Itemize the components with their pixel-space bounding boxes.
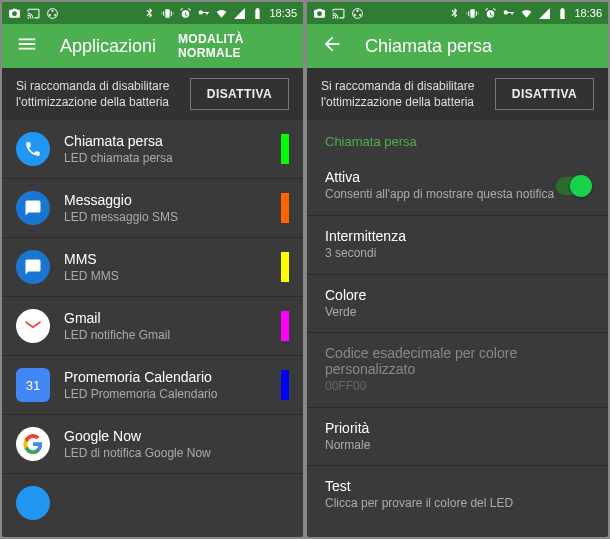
banner-message: Si raccomanda di disabilitare l'ottimizz…	[16, 78, 178, 110]
bluetooth-icon	[448, 7, 461, 20]
toggle-switch[interactable]	[556, 177, 590, 195]
app-subtitle: LED messaggio SMS	[64, 210, 267, 224]
alarm-icon	[484, 7, 497, 20]
setting-title: Colore	[325, 287, 590, 303]
back-icon[interactable]	[321, 33, 343, 59]
battery-icon	[251, 7, 264, 20]
statusbar: 18:36	[307, 2, 608, 24]
app-title: MMS	[64, 251, 267, 267]
message-icon	[16, 191, 50, 225]
setting-subtitle: 3 secondi	[325, 246, 590, 262]
setting-title: Attiva	[325, 169, 556, 185]
wifi-icon	[520, 7, 533, 20]
app-subtitle: LED chiamata persa	[64, 151, 267, 165]
cast-icon	[27, 7, 40, 20]
setting-subtitle: Normale	[325, 438, 590, 454]
menu-icon[interactable]	[16, 33, 38, 59]
appbar: Chiamata persa	[307, 24, 608, 68]
google-icon	[16, 427, 50, 461]
app-title: Gmail	[64, 310, 267, 326]
appbar-title: Applicazioni	[60, 36, 156, 57]
mode-button[interactable]: MODALITÀ NORMALE	[178, 32, 289, 60]
color-swatch	[281, 134, 289, 164]
wifi-icon	[215, 7, 228, 20]
app-subtitle: LED di notifica Google Now	[64, 446, 289, 460]
color-swatch	[281, 370, 289, 400]
list-item[interactable]: Chiamata persa LED chiamata persa	[2, 120, 303, 179]
setting-title: Priorità	[325, 420, 590, 436]
list-item[interactable]: 31 Promemoria Calendario LED Promemoria …	[2, 356, 303, 415]
section-header: Chiamata persa	[307, 120, 608, 157]
disable-button[interactable]: DISATTIVA	[190, 78, 289, 110]
list-item[interactable]: Google Now LED di notifica Google Now	[2, 415, 303, 474]
svg-point-7	[359, 14, 361, 16]
statusbar: 18:35	[2, 2, 303, 24]
setting-color[interactable]: Colore Verde	[307, 275, 608, 334]
setting-title: Intermittenza	[325, 228, 590, 244]
color-swatch	[281, 252, 289, 282]
app-subtitle: LED notifiche Gmail	[64, 328, 267, 342]
vpn-key-icon	[502, 7, 515, 20]
clock: 18:35	[269, 7, 297, 19]
setting-active[interactable]: Attiva Consenti all'app di mostrare ques…	[307, 157, 608, 216]
gmail-icon	[16, 309, 50, 343]
list-item[interactable]	[2, 474, 303, 532]
battery-icon	[556, 7, 569, 20]
setting-test[interactable]: Test Clicca per provare il colore del LE…	[307, 466, 608, 524]
app-title: Google Now	[64, 428, 289, 444]
color-swatch	[281, 311, 289, 341]
mms-icon	[16, 250, 50, 284]
app-icon-placeholder	[16, 486, 50, 520]
phone-icon	[16, 132, 50, 166]
battery-banner: Si raccomanda di disabilitare l'ottimizz…	[307, 68, 608, 120]
bluetooth-icon	[143, 7, 156, 20]
app-list: Chiamata persa LED chiamata persa Messag…	[2, 120, 303, 537]
screen-applications: 18:35 Applicazioni MODALITÀ NORMALE Si r…	[2, 2, 303, 537]
app-subtitle: LED MMS	[64, 269, 267, 283]
disable-button[interactable]: DISATTIVA	[495, 78, 594, 110]
list-item[interactable]: MMS LED MMS	[2, 238, 303, 297]
svg-point-6	[354, 14, 356, 16]
cast-icon	[332, 7, 345, 20]
signal-icon	[538, 7, 551, 20]
setting-subtitle: 00FF00	[325, 379, 590, 395]
svg-point-1	[51, 9, 53, 11]
battery-banner: Si raccomanda di disabilitare l'ottimizz…	[2, 68, 303, 120]
color-swatch	[281, 193, 289, 223]
screen-missed-call: 18:36 Chiamata persa Si raccomanda di di…	[307, 2, 608, 537]
appbar-title: Chiamata persa	[365, 36, 594, 57]
app-title: Chiamata persa	[64, 133, 267, 149]
clock: 18:36	[574, 7, 602, 19]
setting-blink[interactable]: Intermittenza 3 secondi	[307, 216, 608, 275]
app-icon	[351, 7, 364, 20]
setting-title: Test	[325, 478, 590, 494]
banner-message: Si raccomanda di disabilitare l'ottimizz…	[321, 78, 483, 110]
setting-subtitle: Consenti all'app di mostrare questa noti…	[325, 187, 556, 203]
svg-point-2	[49, 14, 51, 16]
calendar-icon: 31	[16, 368, 50, 402]
setting-subtitle: Clicca per provare il colore del LED	[325, 496, 590, 512]
setting-priority[interactable]: Priorità Normale	[307, 408, 608, 467]
camera-icon	[313, 7, 326, 20]
alarm-icon	[179, 7, 192, 20]
app-title: Promemoria Calendario	[64, 369, 267, 385]
svg-point-5	[356, 9, 358, 11]
vpn-key-icon	[197, 7, 210, 20]
setting-hex: Codice esadecimale per colore personaliz…	[307, 333, 608, 408]
vibrate-icon	[161, 7, 174, 20]
appbar: Applicazioni MODALITÀ NORMALE	[2, 24, 303, 68]
list-item[interactable]: Gmail LED notifiche Gmail	[2, 297, 303, 356]
app-subtitle: LED Promemoria Calendario	[64, 387, 267, 401]
app-title: Messaggio	[64, 192, 267, 208]
setting-title: Codice esadecimale per colore personaliz…	[325, 345, 590, 377]
camera-icon	[8, 7, 21, 20]
vibrate-icon	[466, 7, 479, 20]
app-icon	[46, 7, 59, 20]
setting-subtitle: Verde	[325, 305, 590, 321]
list-item[interactable]: Messaggio LED messaggio SMS	[2, 179, 303, 238]
signal-icon	[233, 7, 246, 20]
svg-point-3	[54, 14, 56, 16]
